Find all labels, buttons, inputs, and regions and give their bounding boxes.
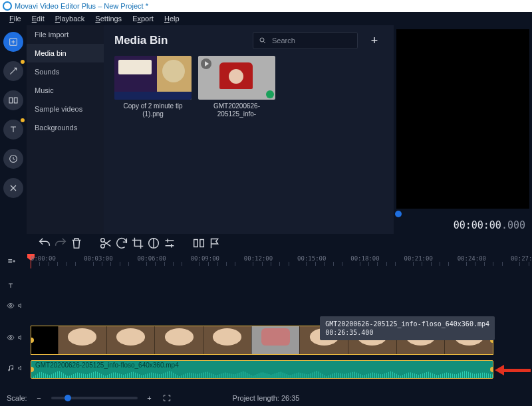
nav-item-backgrounds[interactable]: Backgrounds <box>27 118 104 137</box>
plus-box-icon <box>8 37 19 47</box>
ruler-tick: 0:00:00 <box>31 255 56 262</box>
rotate-button[interactable] <box>114 236 129 251</box>
more-tools-button[interactable] <box>3 178 23 198</box>
color-icon <box>146 236 161 251</box>
nav-item-sounds[interactable]: Sounds <box>27 62 104 81</box>
nav-item-sample-videos[interactable]: Sample videos <box>27 100 104 118</box>
svg-point-13 <box>12 369 13 370</box>
menu-help[interactable]: Help <box>159 13 185 24</box>
preview-timecode: 00:00:00.000 <box>396 219 529 231</box>
menu-edit[interactable]: Edit <box>27 13 50 24</box>
ruler-tick: 00:12:00 <box>244 255 273 262</box>
titles-tool-button[interactable] <box>3 120 23 140</box>
titles-track-head[interactable] <box>7 282 15 290</box>
nav-item-music[interactable]: Music <box>27 81 104 100</box>
svg-rect-8 <box>194 240 198 247</box>
media-item[interactable]: GMT20200626-205125_info- <box>198 56 275 118</box>
transitions-tool-button[interactable] <box>3 90 23 110</box>
scissors-icon <box>98 236 113 251</box>
slider-knob-icon[interactable] <box>65 395 71 401</box>
zoom-slider[interactable] <box>51 397 138 399</box>
svg-rect-1 <box>9 98 13 103</box>
timeline[interactable]: 0:00:0000:03:0000:06:0000:09:0000:12:000… <box>0 253 532 393</box>
clip-handle-right[interactable] <box>490 367 493 372</box>
ruler-tick: 00:24:00 <box>458 255 486 262</box>
music-note-icon <box>7 364 15 372</box>
ruler-tick: 00:18:00 <box>350 255 379 262</box>
menu-bar: File Edit Playback Settings Export Help <box>0 12 532 25</box>
menu-settings[interactable]: Settings <box>90 13 127 24</box>
delete-button[interactable] <box>69 236 84 251</box>
play-overlay-icon <box>201 58 211 69</box>
import-tool-button[interactable] <box>3 32 23 52</box>
stickers-tool-button[interactable] <box>3 149 23 169</box>
audio-track-head[interactable] <box>7 364 24 372</box>
rotate-icon <box>114 236 129 251</box>
preview-scrubber[interactable] <box>396 211 529 217</box>
video-track-head[interactable] <box>7 334 24 342</box>
wand-icon <box>8 66 19 76</box>
timeline-ruler[interactable]: 0:00:0000:03:0000:06:0000:09:0000:12:000… <box>31 253 532 268</box>
speaker-icon <box>17 365 24 371</box>
nav-item-media-bin[interactable]: Media bin <box>27 44 104 62</box>
menu-file[interactable]: File <box>4 13 27 24</box>
color-adjust-button[interactable] <box>146 236 161 251</box>
sliders-icon <box>162 236 177 251</box>
clip-handle-left[interactable] <box>31 367 34 372</box>
scale-label: Scale: <box>7 394 27 402</box>
window-titlebar: Movavi Video Editor Plus – New Project * <box>0 0 532 12</box>
transitions-icon <box>8 95 19 106</box>
media-bin-panel: Media Bin Search + Copy of 2 minute tip … <box>104 25 394 234</box>
search-input[interactable]: Search <box>253 32 358 49</box>
undo-button[interactable] <box>37 236 52 251</box>
trash-icon <box>69 236 84 251</box>
eye-icon <box>7 334 15 342</box>
text-track-icon <box>7 282 15 290</box>
fit-zoom-button[interactable] <box>162 393 172 403</box>
search-placeholder: Search <box>272 37 295 45</box>
speaker-icon <box>17 302 24 309</box>
svg-rect-2 <box>14 98 17 103</box>
preview-panel: 00:00:00.000 <box>394 25 532 234</box>
svg-point-4 <box>260 38 264 42</box>
ruler-tick: 00:06:00 <box>137 255 166 262</box>
fit-icon <box>162 393 172 403</box>
media-thumbnail <box>114 56 192 100</box>
svg-point-11 <box>10 337 12 339</box>
project-length: Project length: 26:35 <box>233 394 300 402</box>
preview-screen[interactable] <box>396 29 529 209</box>
audio-clip[interactable]: GMT20200626-205125_info-floso_640x360.mp… <box>31 360 493 379</box>
flag-icon <box>207 236 222 251</box>
ruler-tick: 00:15:00 <box>297 255 326 262</box>
clip-properties-button[interactable] <box>162 236 177 251</box>
add-media-button[interactable]: + <box>366 32 383 49</box>
scrubber-handle-icon[interactable] <box>395 211 402 217</box>
clip-tooltip: GMT20200626-205125_info-floso_640x360.mp… <box>320 316 495 340</box>
overlay-track-head[interactable] <box>7 302 24 310</box>
zoom-in-button[interactable]: + <box>144 393 155 403</box>
zoom-out-button[interactable]: − <box>34 393 45 403</box>
nav-item-file-import[interactable]: File import <box>27 25 104 44</box>
eye-icon <box>7 302 15 310</box>
media-caption: Copy of 2 minute tip (1).png <box>114 102 192 118</box>
split-button[interactable] <box>98 236 113 251</box>
status-bar: Scale: − + Project length: 26:35 <box>0 390 532 406</box>
search-icon <box>259 37 267 45</box>
menu-playback[interactable]: Playback <box>50 13 90 24</box>
timeline-toolbar <box>0 234 532 253</box>
add-track-button[interactable] <box>7 256 16 266</box>
titles-icon <box>8 124 19 135</box>
clock-icon <box>8 153 19 164</box>
audio-track[interactable]: GMT20200626-205125_info-floso_640x360.mp… <box>31 360 527 379</box>
media-item[interactable]: Copy of 2 minute tip (1).png <box>114 56 192 118</box>
media-caption: GMT20200626-205125_info- <box>198 102 275 118</box>
marker-button[interactable] <box>207 236 222 251</box>
audio-clip-label: GMT20200626-205125_info-floso_640x360.mp… <box>35 361 179 369</box>
ruler-tick: 00:03:00 <box>84 255 112 262</box>
tools-icon <box>8 183 19 193</box>
record-voice-button[interactable] <box>192 236 206 251</box>
crop-button[interactable] <box>130 236 145 251</box>
menu-export[interactable]: Export <box>127 13 159 24</box>
redo-button[interactable] <box>53 236 68 251</box>
filters-tool-button[interactable] <box>3 61 23 81</box>
